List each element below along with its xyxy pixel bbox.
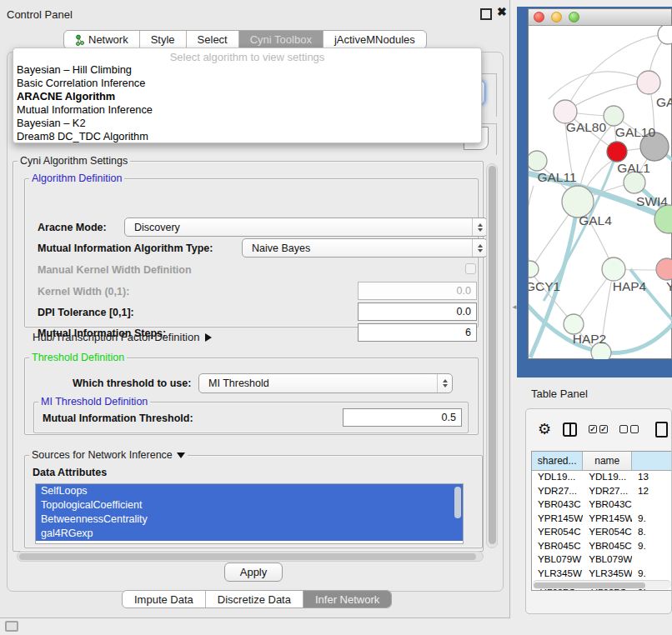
mi-steps-field[interactable] xyxy=(358,323,477,342)
close-traffic-light-icon[interactable] xyxy=(534,12,544,22)
list-scrollbar[interactable] xyxy=(454,487,461,518)
table-row[interactable]: YDL19...YDL19...13 xyxy=(532,471,672,485)
table-cell: 13 xyxy=(632,471,672,485)
network-view-panel: GALGAL80GAL10GAL1GAL11SWI4GAL4GCY1HAP4YH… xyxy=(517,7,672,378)
node-label: GAL1 xyxy=(617,161,650,175)
vertical-scrollbar[interactable] xyxy=(486,163,498,548)
table-cell: YLR345W xyxy=(583,568,632,582)
algorithm-definition-group: Algorithm Definition Aracne Mode: Discov… xyxy=(24,178,479,328)
table-cell: YLR345W xyxy=(532,568,583,582)
tab-label: Style xyxy=(151,33,175,46)
tab-style[interactable]: Style xyxy=(140,31,187,48)
network-node[interactable] xyxy=(654,205,672,233)
table-row[interactable]: YDR27...YDR27...12 xyxy=(532,485,672,499)
mi-type-value: Naive Bayes xyxy=(243,242,472,254)
mi-threshold-field[interactable] xyxy=(343,408,462,427)
tab-label: Select xyxy=(198,33,228,46)
gear-icon[interactable]: ⚙ xyxy=(538,422,551,437)
tab-select[interactable]: Select xyxy=(187,31,239,48)
network-node[interactable] xyxy=(602,258,625,281)
tab-discretize-data[interactable]: Discretize Data xyxy=(206,591,303,608)
table-cell: YDR27... xyxy=(583,485,632,499)
attribute-item[interactable]: gal4RGexp xyxy=(36,527,463,541)
manual-kernel-label: Manual Kernel Width Definition xyxy=(38,264,192,276)
network-node[interactable] xyxy=(529,261,539,278)
node-label: GCY1 xyxy=(529,279,560,293)
deselect-all-checkboxes-icon[interactable] xyxy=(619,425,639,433)
combo-stepper-icon xyxy=(437,374,452,392)
kernel-width-field[interactable] xyxy=(358,282,477,300)
table-row[interactable]: YBL079WYBL079W xyxy=(532,553,672,568)
gray-edge[interactable] xyxy=(565,82,649,112)
data-attributes-list[interactable]: SelfLoopsTopologicalCoefficientBetweenne… xyxy=(35,483,464,544)
table-row[interactable]: YPR145WYPR145W9. xyxy=(532,512,672,527)
dropdown-item[interactable]: Dream8 DC_TDC Algorithm xyxy=(13,130,481,143)
mi-type-label: Mutual Information Algorithm Type: xyxy=(38,242,213,254)
dropdown-item[interactable]: Mutual Information Inference xyxy=(13,103,481,117)
sources-group: Sources for Network Inference Data Attri… xyxy=(24,455,483,548)
table-cell: YER054C xyxy=(583,526,632,540)
node-label: GAL4 xyxy=(579,213,612,228)
which-threshold-select[interactable]: MI Threshold xyxy=(198,373,453,393)
algorithm-definition-title: Algorithm Definition xyxy=(29,172,124,184)
attribute-item[interactable]: BetweennessCentrality xyxy=(36,512,463,527)
table-row[interactable]: YBR043CYBR043C xyxy=(532,498,672,512)
table-cell: YPR145W xyxy=(583,512,632,527)
hub-definition-label: Hub/Transcription Factor Definition xyxy=(33,331,199,343)
dpi-tolerance-field[interactable] xyxy=(358,302,477,321)
document-icon[interactable] xyxy=(655,422,668,438)
network-node[interactable] xyxy=(658,26,672,44)
table-row[interactable]: YBR045CYBR045C9. xyxy=(532,540,672,554)
dropdown-item[interactable]: Basic Correlation Inference xyxy=(13,77,481,90)
table-row[interactable]: YLR345WYLR345W9. xyxy=(532,568,672,582)
tab-network[interactable]: Network xyxy=(64,31,140,48)
network-canvas[interactable]: GALGAL80GAL10GAL1GAL11SWI4GAL4GCY1HAP4YH… xyxy=(529,26,672,359)
table-horizontal-scrollbar[interactable] xyxy=(533,580,671,589)
network-node[interactable] xyxy=(607,142,627,162)
table-cell: 12 xyxy=(632,485,672,499)
close-icon[interactable]: ✖ xyxy=(497,5,507,18)
table-cell: YBR043C xyxy=(532,498,583,512)
float-window-icon[interactable] xyxy=(480,8,492,20)
apply-button[interactable]: Apply xyxy=(224,562,283,582)
node-label: HAP2 xyxy=(573,332,607,346)
table-cell: YDL19... xyxy=(532,471,583,485)
attribute-item[interactable]: SelfLoops xyxy=(36,484,463,498)
node-label: HAP4 xyxy=(613,279,647,293)
table-row[interactable]: YER054CYER054C8. xyxy=(532,526,672,540)
attribute-item[interactable]: TopologicalCoefficient xyxy=(36,498,463,512)
tab-impute-data[interactable]: Impute Data xyxy=(123,591,206,608)
network-window-titlebar[interactable] xyxy=(529,9,671,26)
column-header[interactable]: name xyxy=(583,452,632,470)
tab-infer-network[interactable]: Infer Network xyxy=(303,591,391,608)
threshold-definition-title: Threshold Definition xyxy=(29,352,127,363)
tab-jactivemnodules[interactable]: jActiveMNodules xyxy=(323,31,426,48)
columns-icon[interactable] xyxy=(563,422,577,437)
network-node[interactable] xyxy=(656,258,672,280)
aracne-mode-select[interactable]: Discovery xyxy=(124,218,488,237)
column-header[interactable]: shared... xyxy=(532,452,583,470)
dropdown-item[interactable]: Bayesian – Hill Climbing xyxy=(13,63,481,77)
table-body: YDL19...YDL19...13YDR27...YDR27...12YBR0… xyxy=(532,471,672,591)
dropdown-item[interactable]: ARACNE Algorithm xyxy=(13,90,481,103)
network-node[interactable] xyxy=(529,151,547,171)
gray-edge[interactable] xyxy=(529,186,534,269)
which-threshold-value: MI Threshold xyxy=(199,378,437,389)
node-label: GAL10 xyxy=(615,125,656,139)
network-node[interactable] xyxy=(637,71,660,94)
network-node[interactable] xyxy=(604,106,624,126)
select-all-checkboxes-icon[interactable]: ✓✓ xyxy=(589,425,608,433)
table-cell: YBR045C xyxy=(583,540,632,554)
column-header[interactable] xyxy=(632,452,672,470)
hub-definition-disclosure[interactable]: Hub/Transcription Factor Definition xyxy=(33,331,212,343)
manual-kernel-checkbox[interactable] xyxy=(465,263,476,274)
dropdown-item[interactable]: Bayesian – K2 xyxy=(13,117,481,130)
horizontal-scrollbar[interactable] xyxy=(17,551,484,562)
mi-algorithm-type-select[interactable]: Naive Bayes xyxy=(242,238,488,258)
tab-cyni-toolbox[interactable]: Cyni Toolbox xyxy=(239,31,323,48)
minimized-panel-icon[interactable] xyxy=(5,621,18,632)
zoom-traffic-light-icon[interactable] xyxy=(569,12,579,22)
sources-group-title[interactable]: Sources for Network Inference xyxy=(29,449,188,461)
minimize-traffic-light-icon[interactable] xyxy=(551,12,562,22)
network-graph[interactable]: GALGAL80GAL10GAL1GAL11SWI4GAL4GCY1HAP4YH… xyxy=(529,26,672,359)
